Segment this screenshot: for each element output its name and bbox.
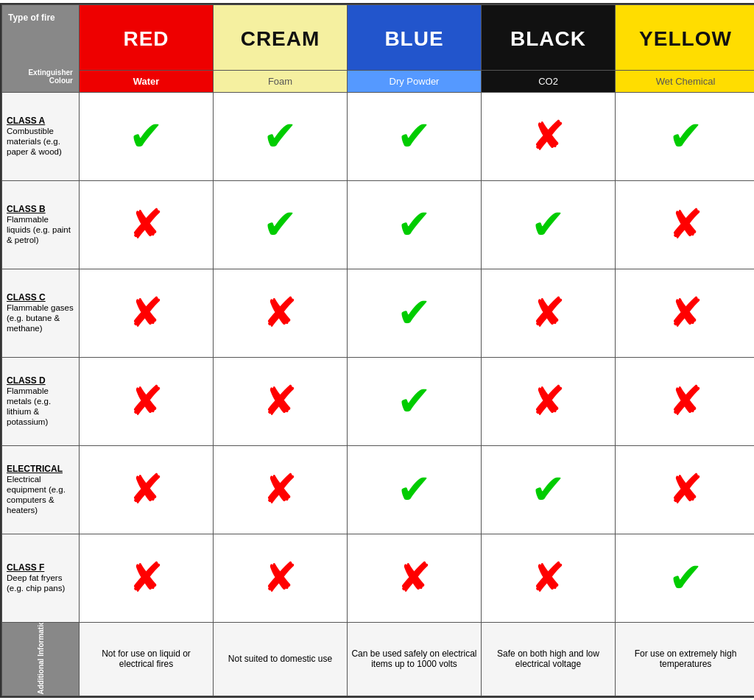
- check-icon: ✔: [129, 116, 163, 157]
- col-label-cream: CREAM: [216, 23, 344, 52]
- col-header-cream: CREAM: [214, 4, 348, 70]
- col-header-blue: BLUE: [348, 4, 482, 70]
- fire-class-cell-3: CLASS DFlammable metals (e.g. lithium & …: [2, 357, 80, 445]
- check-icon: ✔: [397, 204, 431, 245]
- check-icon: ✔: [669, 557, 703, 598]
- cross-icon: ✘: [531, 381, 566, 422]
- data-cell-5-3: ✘: [482, 534, 616, 622]
- data-cell-1-4: ✘: [616, 180, 755, 269]
- data-cell-4-2: ✔: [348, 445, 482, 534]
- data-cell-5-0: ✘: [80, 534, 214, 622]
- subtype-red: Water: [80, 70, 214, 92]
- fire-class-cell-0: CLASS ACombustible materials (e.g. paper…: [2, 92, 80, 180]
- col-label-black: BLACK: [485, 23, 612, 52]
- fire-class-cell-4: ELECTRICALElectrical equipment (e.g. com…: [2, 445, 80, 534]
- data-cell-3-1: ✘: [214, 357, 348, 445]
- cross-icon: ✘: [263, 292, 297, 333]
- data-cell-5-2: ✘: [348, 534, 482, 622]
- additional-row: Additional Information Not for use on li…: [2, 622, 755, 696]
- data-cell-4-4: ✘: [616, 445, 755, 534]
- table-row: CLASS FDeep fat fryers (e.g. chip pans)✘…: [2, 534, 755, 622]
- data-cell-3-0: ✘: [80, 357, 214, 445]
- data-cell-0-3: ✘: [482, 92, 616, 180]
- col-label-yellow: YELLOW: [619, 23, 753, 52]
- data-cell-1-1: ✔: [214, 180, 348, 269]
- header-row: Type of fire Extinguisher Colour RED CRE…: [2, 4, 755, 70]
- fire-class-cell-5: CLASS FDeep fat fryers (e.g. chip pans): [2, 534, 80, 622]
- data-cell-4-1: ✘: [214, 445, 348, 534]
- check-icon: ✔: [531, 469, 566, 510]
- data-cell-2-2: ✔: [348, 269, 482, 357]
- table-row: CLASS ACombustible materials (e.g. paper…: [2, 92, 755, 180]
- data-cell-4-3: ✔: [482, 445, 616, 534]
- fire-class-cell-2: CLASS CFlammable gases (e.g. butane & me…: [2, 269, 80, 357]
- fire-extinguisher-table: Type of fire Extinguisher Colour RED CRE…: [0, 3, 754, 698]
- cross-icon: ✘: [263, 557, 297, 598]
- data-cell-5-1: ✘: [214, 534, 348, 622]
- data-cell-2-4: ✘: [616, 269, 755, 357]
- additional-info-black: Safe on both high and low electrical vol…: [482, 622, 616, 696]
- cross-icon: ✘: [669, 204, 703, 245]
- data-cell-3-4: ✘: [616, 357, 755, 445]
- check-icon: ✔: [531, 204, 566, 245]
- additional-label: Additional Information: [2, 622, 80, 696]
- subtype-row: Water Foam Dry Powder CO2 Wet Chemical: [2, 70, 755, 92]
- additional-info-red: Not for use on liquid or electrical fire…: [80, 622, 214, 696]
- check-icon: ✔: [397, 116, 431, 157]
- col-header-black: BLACK: [482, 4, 616, 70]
- data-cell-0-1: ✔: [214, 92, 348, 180]
- check-icon: ✔: [669, 116, 703, 157]
- check-icon: ✔: [397, 292, 431, 333]
- cross-icon: ✘: [531, 292, 566, 333]
- data-cell-0-0: ✔: [80, 92, 214, 180]
- check-icon: ✔: [263, 204, 297, 245]
- subtype-blue: Dry Powder: [348, 70, 482, 92]
- data-cell-0-4: ✔: [616, 92, 755, 180]
- ext-colour-label: Extinguisher Colour: [8, 68, 73, 85]
- col-header-red: RED: [80, 4, 214, 70]
- check-icon: ✔: [397, 381, 431, 422]
- cross-icon: ✘: [669, 292, 703, 333]
- fire-class-cell-1: CLASS BFlammable liquids (e.g. paint & p…: [2, 180, 80, 269]
- data-cell-5-4: ✔: [616, 534, 755, 622]
- cross-icon: ✘: [129, 469, 163, 510]
- subtype-cream: Foam: [214, 70, 348, 92]
- table-row: ELECTRICALElectrical equipment (e.g. com…: [2, 445, 755, 534]
- data-cell-1-2: ✔: [348, 180, 482, 269]
- cross-icon: ✘: [129, 204, 163, 245]
- cross-icon: ✘: [669, 381, 703, 422]
- col-label-red: RED: [82, 23, 210, 52]
- table-row: CLASS CFlammable gases (e.g. butane & me…: [2, 269, 755, 357]
- col-label-blue: BLUE: [350, 23, 478, 52]
- data-cell-1-0: ✘: [80, 180, 214, 269]
- table-row: CLASS BFlammable liquids (e.g. paint & p…: [2, 180, 755, 269]
- data-cell-2-0: ✘: [80, 269, 214, 357]
- cross-icon: ✘: [531, 557, 566, 598]
- data-cell-3-2: ✔: [348, 357, 482, 445]
- subtype-yellow: Wet Chemical: [616, 70, 755, 92]
- table-row: CLASS DFlammable metals (e.g. lithium & …: [2, 357, 755, 445]
- cross-icon: ✘: [531, 116, 566, 157]
- cross-icon: ✘: [263, 381, 297, 422]
- cross-icon: ✘: [669, 469, 703, 510]
- cross-icon: ✘: [129, 381, 163, 422]
- check-icon: ✔: [397, 469, 431, 510]
- additional-label-text: Additional Information: [22, 623, 60, 694]
- cross-icon: ✘: [263, 469, 297, 510]
- subtype-black: CO2: [482, 70, 616, 92]
- cross-icon: ✘: [129, 292, 163, 333]
- check-icon: ✔: [263, 116, 297, 157]
- corner-cell: Type of fire Extinguisher Colour: [2, 4, 80, 92]
- cross-icon: ✘: [129, 557, 163, 598]
- additional-info-cream: Not suited to domestic use: [214, 622, 348, 696]
- data-cell-0-2: ✔: [348, 92, 482, 180]
- data-cell-2-3: ✘: [482, 269, 616, 357]
- data-cell-3-3: ✘: [482, 357, 616, 445]
- additional-info-blue: Can be used safely on electrical items u…: [348, 622, 482, 696]
- type-of-fire-label: Type of fire: [8, 13, 73, 23]
- col-header-yellow: YELLOW: [616, 4, 755, 70]
- data-cell-4-0: ✘: [80, 445, 214, 534]
- cross-icon: ✘: [397, 557, 431, 598]
- data-cell-2-1: ✘: [214, 269, 348, 357]
- additional-info-yellow: For use on extremely high temperatures: [616, 622, 755, 696]
